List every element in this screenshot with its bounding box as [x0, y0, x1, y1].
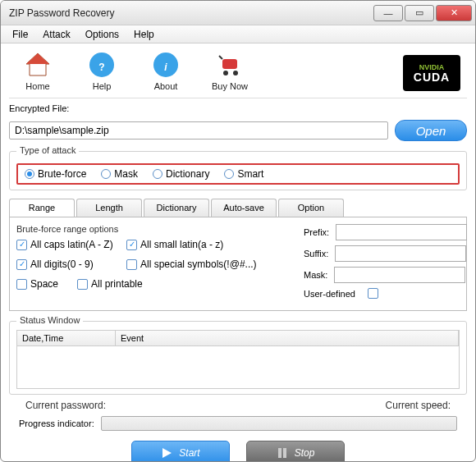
progress-bar — [101, 416, 457, 431]
maximize-button[interactable]: ▭ — [405, 5, 434, 21]
encrypted-file-input[interactable] — [9, 121, 388, 140]
tab-body-range: Brute-force range options ✓All caps lati… — [9, 217, 467, 311]
status-col-event: Event — [116, 331, 459, 345]
checkbox-icon — [126, 259, 137, 270]
current-speed-label: Current speed: — [386, 400, 451, 411]
toolbar-home[interactable]: Home — [16, 50, 60, 91]
check-digits[interactable]: ✓All digits(0 - 9) — [16, 258, 115, 270]
menubar: File Attack Options Help — [1, 25, 475, 43]
home-icon — [23, 50, 53, 80]
toolbar: Home ? Help i About Buy Now NVIDIA CUDA — [9, 48, 467, 98]
pause-icon — [277, 447, 288, 459]
close-button[interactable]: ✕ — [436, 5, 472, 21]
status-body — [16, 346, 460, 389]
radio-dot-icon — [101, 169, 111, 179]
info-icon: i — [151, 50, 181, 80]
mask-label: Mask: — [304, 270, 327, 280]
open-button[interactable]: Open — [395, 120, 467, 141]
play-icon — [161, 447, 172, 459]
status-col-datetime: Date,Time — [17, 331, 116, 345]
tab-range[interactable]: Range — [9, 199, 75, 217]
toolbar-help[interactable]: ? Help — [80, 50, 124, 91]
start-button[interactable]: Start — [131, 441, 230, 462]
current-password-label: Current password: — [25, 400, 106, 411]
stop-button[interactable]: Stop — [246, 441, 345, 462]
userdef-label: User-defined — [304, 289, 361, 299]
tab-length[interactable]: Length — [76, 199, 142, 217]
cart-icon — [215, 50, 245, 80]
attack-type-label: Type of attack — [16, 145, 79, 155]
cuda-badge: NVIDIA CUDA — [403, 55, 460, 91]
svg-rect-6 — [222, 59, 237, 69]
progress-label: Progress indicator: — [19, 419, 94, 428]
prefix-label: Prefix: — [304, 227, 329, 237]
menu-file[interactable]: File — [6, 27, 34, 42]
prefix-input[interactable] — [336, 224, 467, 240]
tab-autosave[interactable]: Auto-save — [211, 199, 277, 217]
mask-input[interactable] — [334, 267, 465, 283]
status-header: Date,Time Event — [16, 330, 460, 346]
check-symbols[interactable]: All special symbols(!@#...) — [126, 258, 258, 270]
svg-point-8 — [223, 71, 228, 75]
checkbox-icon — [77, 279, 88, 290]
window-controls: — ▭ ✕ — [373, 5, 472, 21]
minimize-button[interactable]: — — [373, 5, 403, 21]
suffix-input[interactable] — [335, 245, 466, 262]
menu-help[interactable]: Help — [127, 27, 161, 42]
radio-dot-icon — [25, 169, 34, 179]
checkbox-icon: ✓ — [126, 240, 137, 250]
radio-smart[interactable]: Smart — [224, 168, 263, 180]
help-icon: ? — [87, 50, 117, 80]
menu-attack[interactable]: Attack — [36, 27, 76, 42]
svg-text:?: ? — [98, 62, 104, 73]
tab-option[interactable]: Option — [278, 199, 344, 217]
tab-dictionary[interactable]: Dictionary — [144, 199, 209, 217]
svg-line-7 — [219, 56, 222, 59]
window-title: ZIP Password Recovery — [9, 7, 373, 19]
radio-mask[interactable]: Mask — [101, 168, 138, 180]
userdef-checkbox[interactable] — [368, 288, 378, 299]
radio-dictionary[interactable]: Dictionary — [153, 168, 209, 180]
toolbar-buynow[interactable]: Buy Now — [208, 50, 252, 91]
tabs: Range Length Dictionary Auto-save Option — [9, 199, 467, 217]
radio-dot-icon — [224, 169, 234, 179]
checkbox-icon: ✓ — [16, 240, 27, 250]
radio-brute-force[interactable]: Brute-force — [25, 168, 86, 180]
suffix-label: Suffix: — [304, 249, 328, 258]
svg-rect-11 — [278, 448, 281, 458]
svg-marker-10 — [162, 448, 172, 458]
toolbar-about[interactable]: i About — [144, 50, 188, 91]
radio-dot-icon — [153, 169, 162, 179]
menu-options[interactable]: Options — [79, 27, 126, 42]
attack-type-row: Brute-force Mask Dictionary Smart — [16, 163, 460, 185]
check-small[interactable]: ✓All small latin(a - z) — [126, 239, 225, 250]
check-space[interactable]: Space — [16, 278, 66, 290]
status-window-label: Status Window — [16, 315, 83, 325]
checkbox-icon — [16, 279, 27, 290]
svg-rect-12 — [283, 448, 286, 458]
checkbox-icon: ✓ — [16, 259, 27, 270]
range-heading: Brute-force range options — [16, 224, 287, 234]
encrypted-file-label: Encrypted File: — [9, 103, 467, 113]
svg-marker-1 — [26, 53, 49, 64]
svg-point-9 — [233, 71, 238, 75]
check-caps[interactable]: ✓All caps latin(A - Z) — [16, 239, 115, 250]
check-printable[interactable]: All printable — [77, 278, 176, 290]
titlebar: ZIP Password Recovery — ▭ ✕ — [1, 1, 475, 25]
